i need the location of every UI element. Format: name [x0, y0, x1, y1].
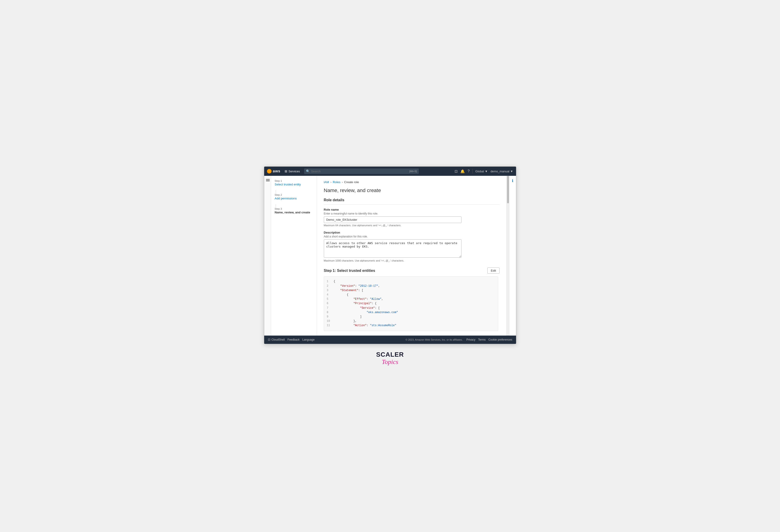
hamburger-icon — [266, 178, 269, 182]
step-3-item: Step 3 Name, review, and create — [275, 207, 313, 214]
sidebar-toggle[interactable] — [264, 176, 271, 335]
edit-trusted-entities-button[interactable]: Edit — [487, 267, 499, 274]
feedback-link[interactable]: Feedback — [288, 338, 300, 341]
role-name-limit: Maximum 64 characters. Use alphanumeric … — [324, 224, 499, 227]
code-line-3: 3 "Statement": [ — [327, 288, 495, 293]
role-name-label: Role name — [324, 208, 499, 211]
description-label: Description — [324, 231, 499, 234]
code-line-9: 9 ] — [327, 315, 495, 319]
role-name-input[interactable] — [324, 216, 461, 223]
watermark-topics-text: Topics — [382, 358, 398, 365]
description-group: Description Add a short explanation for … — [324, 231, 499, 262]
browser-window: aws ⊞ Services 🔍 [Alt+S] ⊡ 🔔 ? Global ▼ … — [264, 166, 516, 344]
cloudshell-icon: ⊡ — [268, 338, 271, 341]
step-2-item: Step 2 Add permissions — [275, 194, 313, 200]
grid-icon: ⊞ — [285, 169, 287, 173]
code-line-8: 8 "eks.amazonaws.com" — [327, 310, 495, 315]
code-line-4: 4 { — [327, 293, 495, 297]
footer-legal: Privacy Terms Cookie preferences — [466, 338, 512, 341]
breadcrumb-roles[interactable]: Roles — [333, 180, 340, 184]
nav-icons: ⊡ 🔔 ? Global ▼ demo_manual ▼ — [454, 169, 513, 173]
policy-code-block: 1 { 2 "Version": "2012-10-17", 3 "Statem… — [324, 276, 498, 331]
step-2-link[interactable]: Add permissions — [275, 197, 313, 200]
breadcrumb-sep-2: › — [342, 180, 343, 184]
search-icon: 🔍 — [306, 169, 310, 173]
services-button[interactable]: ⊞ Services — [283, 168, 302, 174]
notification-tray-icon[interactable]: ⊡ — [454, 169, 457, 173]
main-content: Step 1 Select trusted entity Step 2 Add … — [264, 176, 516, 335]
cloudshell-label: CloudShell — [272, 338, 285, 341]
region-selector[interactable]: Global ▼ — [476, 170, 488, 173]
scrollbar[interactable] — [506, 176, 509, 335]
breadcrumb-iam[interactable]: IAM — [324, 180, 329, 184]
search-bar[interactable]: 🔍 [Alt+S] — [304, 168, 419, 174]
footer: ⊡ CloudShell Feedback Language © 2023, A… — [264, 335, 516, 344]
step-3-label: Step 3 — [275, 207, 313, 210]
trusted-entities-header: Step 1: Select trusted entities Edit — [324, 267, 499, 274]
aws-logo-text: aws — [273, 169, 281, 173]
top-navigation: aws ⊞ Services 🔍 [Alt+S] ⊡ 🔔 ? Global ▼ … — [264, 167, 516, 176]
step-3-link[interactable]: Name, review, and create — [275, 211, 313, 214]
code-line-1: 1 { — [327, 279, 495, 284]
footer-left: ⊡ CloudShell Feedback Language — [268, 338, 315, 341]
search-input[interactable] — [311, 170, 407, 173]
info-panel: ℹ — [509, 176, 516, 335]
code-line-11: 11 "Action": "sts:AssumeRole" — [327, 323, 495, 328]
role-name-hint: Enter a meaningful name to identify this… — [324, 212, 499, 215]
role-name-group: Role name Enter a meaningful name to ide… — [324, 208, 499, 227]
language-link[interactable]: Language — [302, 338, 314, 341]
scrollbar-thumb — [507, 176, 509, 203]
step-divider-1 — [276, 190, 276, 193]
trusted-entities-title: Step 1: Select trusted entities — [324, 269, 375, 273]
steps-sidebar: Step 1 Select trusted entity Step 2 Add … — [271, 176, 317, 335]
step-1-link[interactable]: Select trusted entity — [275, 183, 313, 186]
step-divider-2 — [276, 204, 276, 207]
role-details-title: Role details — [324, 198, 499, 205]
copyright-text: © 2023, Amazon Web Services, Inc. or its… — [405, 338, 462, 341]
help-icon[interactable]: ? — [468, 169, 470, 173]
code-line-5: 5 "Effect": "Allow", — [327, 297, 495, 302]
bell-icon[interactable]: 🔔 — [460, 169, 465, 173]
terms-link[interactable]: Terms — [478, 338, 486, 341]
aws-logo-dot — [267, 169, 272, 173]
search-shortcut: [Alt+S] — [409, 170, 417, 173]
code-line-10: 10 }, — [327, 319, 495, 323]
step-1-label: Step 1 — [275, 179, 313, 182]
description-textarea[interactable]: Allows access to other AWS service resou… — [324, 239, 461, 258]
step-1-item: Step 1 Select trusted entity — [275, 179, 313, 186]
privacy-link[interactable]: Privacy — [466, 338, 475, 341]
breadcrumb-sep-1: › — [331, 180, 331, 184]
footer-right: © 2023, Amazon Web Services, Inc. or its… — [405, 338, 512, 341]
description-limit: Maximum 1000 characters. Use alphanumeri… — [324, 259, 499, 262]
page-title: Name, review, and create — [324, 188, 499, 194]
step-2-label: Step 2 — [275, 194, 313, 196]
description-hint: Add a short explanation for this role. — [324, 235, 499, 238]
user-menu[interactable]: demo_manual ▼ — [491, 170, 513, 173]
cookie-link[interactable]: Cookie preferences — [488, 338, 512, 341]
breadcrumb: IAM › Roles › Create role — [324, 180, 499, 184]
info-icon[interactable]: ℹ — [512, 178, 513, 183]
aws-logo: aws — [267, 169, 281, 173]
page-content: IAM › Roles › Create role Name, review, … — [317, 176, 506, 335]
breadcrumb-current: Create role — [344, 180, 359, 184]
code-line-2: 2 "Version": "2012-10-17", — [327, 284, 495, 288]
code-line-6: 6 "Principal": { — [327, 302, 495, 306]
watermark-scaler-text: SCALER — [376, 351, 404, 358]
cloudshell-button[interactable]: ⊡ CloudShell — [268, 338, 285, 341]
code-line-7: 7 "Service": [ — [327, 306, 495, 310]
watermark: SCALER Topics — [376, 351, 404, 366]
trusted-entities-section: Step 1: Select trusted entities Edit 1 {… — [324, 267, 499, 331]
